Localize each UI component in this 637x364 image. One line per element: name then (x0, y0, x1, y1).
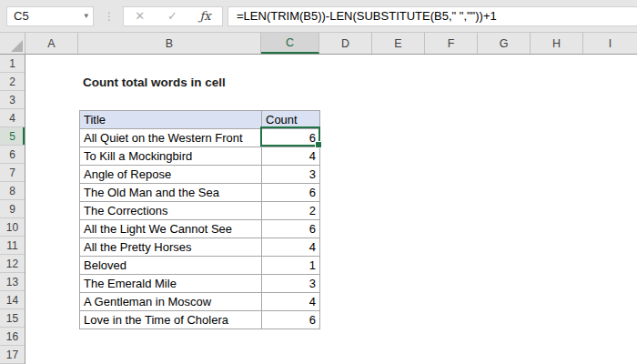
column-header-c-selected[interactable]: C (261, 33, 319, 54)
name-box[interactable]: C5 ▾ (6, 6, 94, 26)
table-cell-count[interactable]: 1 (262, 257, 320, 275)
table-cell-title[interactable]: All the Pretty Horses (80, 238, 262, 257)
row-header-11[interactable]: 11 (0, 237, 25, 255)
formula-text: =LEN(TRIM(B5))-LEN(SUBSTITUTE(B5," ","")… (237, 9, 497, 23)
row-header-9[interactable]: 9 (0, 200, 25, 218)
table-cell-title[interactable]: To Kill a Mockingbird (80, 147, 262, 166)
table-cell-title[interactable]: Beloved (80, 257, 262, 275)
row-header-13[interactable]: 13 (0, 273, 25, 291)
table-cell-count[interactable]: 6 (262, 311, 320, 329)
row-header-5-selected[interactable]: 5 (0, 127, 25, 146)
column-header-i[interactable]: I (583, 33, 637, 54)
row-header-15[interactable]: 15 (0, 309, 25, 328)
table-cell-title[interactable]: Love in the Time of Cholera (80, 311, 262, 329)
table-cell-title[interactable]: A Gentleman in Moscow (80, 293, 262, 311)
table-cell-count[interactable]: 4 (262, 238, 320, 257)
row-header-17[interactable]: 17 (0, 346, 25, 364)
column-header-e[interactable]: E (372, 33, 425, 54)
table-cell-title[interactable]: The Corrections (80, 202, 262, 220)
table-cell-count[interactable]: 4 (262, 293, 320, 311)
column-header-f[interactable]: F (425, 33, 478, 54)
formula-input[interactable]: =LEN(TRIM(B5))-LEN(SUBSTITUTE(B5," ","")… (228, 6, 637, 26)
cancel-icon[interactable]: ✕ (135, 10, 145, 22)
table-cell-title[interactable]: The Old Man and the Sea (80, 184, 262, 202)
table-cell-title[interactable]: All Quiet on the Western Front (80, 129, 262, 147)
row-header-4[interactable]: 4 (0, 109, 25, 127)
row-header-1[interactable]: 1 (0, 55, 25, 73)
row-header-8[interactable]: 8 (0, 182, 25, 200)
row-header-column: 1 2 3 4 5 6 7 8 9 10 11 12 13 14 15 16 1… (0, 55, 25, 364)
column-header-b[interactable]: B (78, 33, 261, 54)
table-cell-title[interactable]: All the Light We Cannot See (80, 220, 262, 238)
row-header-7[interactable]: 7 (0, 164, 25, 182)
row-header-16[interactable]: 16 (0, 328, 25, 346)
toolbar-dots-separator: ⋮ (104, 10, 115, 23)
table-cell-count[interactable]: 6 (262, 184, 320, 202)
enter-icon[interactable]: ✓ (167, 10, 177, 22)
row-header-14[interactable]: 14 (0, 291, 25, 309)
table-cell-count[interactable]: 2 (262, 202, 320, 220)
column-header-g[interactable]: G (478, 33, 531, 54)
table-cell-count[interactable]: 6 (262, 220, 320, 238)
table-cell-count[interactable]: 3 (262, 275, 320, 293)
column-header-h[interactable]: H (531, 33, 583, 54)
select-all-triangle-icon (11, 40, 23, 52)
row-header-10[interactable]: 10 (0, 218, 25, 237)
formula-button-group: ✕ ✓ ƒx (123, 6, 223, 26)
row-header-12[interactable]: 12 (0, 255, 25, 273)
column-header-row: A B C D E F G H I (0, 33, 637, 55)
formula-bar-row: C5 ▾ ⋮ ✕ ✓ ƒx =LEN(TRIM(B5))-LEN(SUBSTIT… (0, 0, 637, 33)
row-header-6[interactable]: 6 (0, 146, 25, 164)
row-header-2[interactable]: 2 (0, 73, 25, 91)
sheet-body: 1 2 3 4 5 6 7 8 9 10 11 12 13 14 15 16 1… (0, 55, 637, 364)
table-header-title[interactable]: Title (80, 111, 262, 129)
table-cell-title[interactable]: The Emerald Mile (80, 275, 262, 293)
table-cell-count-selected[interactable]: 6 (262, 129, 320, 147)
table-cell-count[interactable]: 3 (262, 166, 320, 184)
books-table: Title Count All Quiet on the Western Fro… (79, 110, 320, 329)
column-header-d[interactable]: D (319, 33, 372, 54)
select-all-corner[interactable] (0, 33, 25, 54)
column-header-a[interactable]: A (25, 33, 78, 54)
table-cell-title[interactable]: Angle of Repose (80, 166, 262, 184)
fill-handle[interactable] (315, 141, 322, 148)
row-header-3[interactable]: 3 (0, 91, 25, 109)
name-box-value: C5 (14, 9, 29, 23)
table-header-count[interactable]: Count (262, 111, 320, 129)
table-cell-count[interactable]: 4 (262, 147, 320, 166)
worksheet-canvas[interactable]: Count total words in cell Title Count Al… (25, 55, 637, 364)
name-box-dropdown-icon[interactable]: ▾ (84, 12, 88, 20)
worksheet-title-cell-b2[interactable]: Count total words in cell (83, 74, 226, 92)
insert-function-icon[interactable]: ƒx (199, 10, 210, 22)
